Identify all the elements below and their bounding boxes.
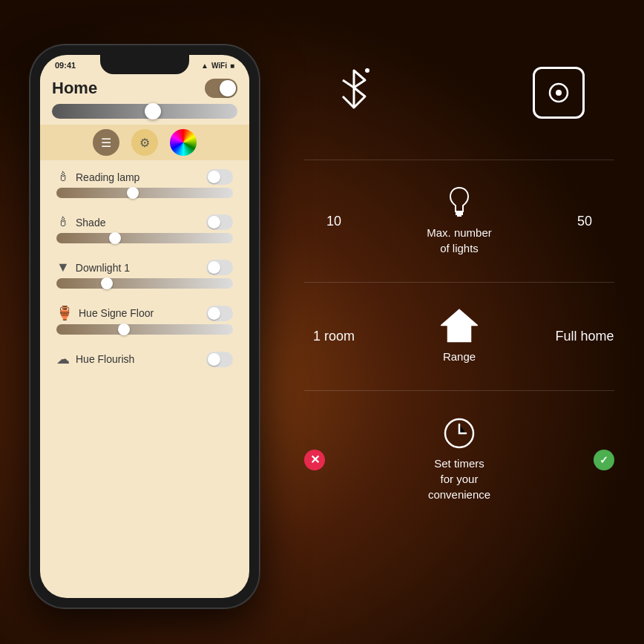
status-time: 09:41: [55, 61, 76, 70]
light-toggle[interactable]: [206, 260, 233, 275]
timers-center: Set timersfor yourconvenience: [415, 417, 504, 502]
house-icon: [441, 309, 478, 343]
light-item-left: 🕯 Reading lamp: [56, 169, 139, 185]
light-name: Shade: [76, 217, 105, 229]
feature-row-lights: 10 Max. numberof lights 50: [289, 179, 629, 263]
light-toggle[interactable]: [206, 306, 233, 321]
tab-bar: ☰ ⚙ ◉: [40, 125, 249, 160]
bridge-svg: [544, 78, 574, 108]
light-slider[interactable]: [56, 233, 233, 243]
feature-row-timers: ✕ Set timersfor yourconvenience ✓: [289, 410, 629, 510]
light-row: ▼ Downlight 1: [56, 260, 233, 275]
list-item: ☁ Hue Flourish: [47, 345, 242, 373]
light-slider[interactable]: [56, 188, 233, 198]
list-item: 🏺 Hue Signe Floor: [47, 299, 242, 342]
light-item-left: ☁ Hue Flourish: [56, 351, 134, 367]
slider-thumb: [118, 323, 130, 335]
light-list: 🕯 Reading lamp 🕯 Shade: [40, 160, 249, 376]
list-item: ▼ Downlight 1: [47, 254, 242, 296]
slider-thumb: [101, 277, 113, 289]
slider-thumb: [109, 232, 121, 244]
signal-icon: ▲: [201, 62, 208, 70]
range-min-value: 1 room: [304, 329, 364, 344]
bulb-icon: 🕯: [56, 169, 70, 185]
lights-max-value: 50: [555, 214, 614, 229]
light-name: Downlight 1: [76, 262, 130, 274]
light-toggle[interactable]: [206, 214, 233, 230]
timers-label: Set timersfor yourconvenience: [428, 456, 490, 502]
wifi-icon: WiFi: [211, 62, 227, 70]
phone-mockup: 09:41 ▲ WiFi ■ Home ☰ ⚙ ◉: [30, 45, 260, 608]
bluetooth-icon: [334, 67, 375, 119]
svg-point-2: [556, 90, 562, 96]
light-row: 🏺 Hue Signe Floor: [56, 305, 233, 321]
brightness-thumb: [145, 103, 161, 119]
lights-center: Max. numberof lights: [415, 186, 504, 256]
light-item-left: 🏺 Hue Signe Floor: [56, 305, 154, 321]
light-slider[interactable]: [56, 324, 233, 335]
ceiling-lamp-icon: ☁: [56, 351, 70, 367]
bluetooth-section: [334, 67, 375, 119]
slider-thumb: [127, 187, 139, 199]
lights-label: Max. numberof lights: [427, 225, 492, 256]
divider-2: [304, 282, 614, 283]
brightness-slider[interactable]: [52, 104, 237, 119]
light-slider[interactable]: [56, 278, 233, 289]
light-item-left: 🕯 Shade: [56, 214, 105, 230]
light-row: 🕯 Reading lamp: [56, 169, 233, 185]
tab-settings[interactable]: ⚙: [131, 129, 158, 156]
light-row: ☁ Hue Flourish: [56, 351, 233, 367]
range-max-value: Full home: [555, 329, 614, 344]
phone-notch: [100, 55, 189, 74]
tab-color[interactable]: ◉: [170, 129, 197, 156]
top-icons-row: [289, 59, 629, 126]
light-name: Hue Flourish: [76, 353, 134, 365]
light-row: 🕯 Shade: [56, 214, 233, 230]
light-name: Hue Signe Floor: [79, 307, 154, 319]
floor-lamp-icon: 🏺: [56, 305, 73, 321]
phone-frame: 09:41 ▲ WiFi ■ Home ☰ ⚙ ◉: [30, 45, 260, 608]
list-item: 🕯 Shade: [47, 208, 242, 251]
feature-row-range: 1 room Range Full home: [289, 301, 629, 372]
light-toggle[interactable]: [206, 352, 233, 367]
tab-list[interactable]: ☰: [93, 129, 119, 156]
list-item: 🕯 Reading lamp: [47, 163, 242, 206]
status-bar-right: ▲ WiFi ■: [201, 62, 234, 70]
home-toggle[interactable]: [205, 79, 237, 98]
info-panel: 10 Max. numberof lights 50 1 room Range …: [289, 59, 629, 629]
bulb-icon: 🕯: [56, 214, 70, 230]
app-header: Home: [40, 73, 249, 101]
range-label: Range: [443, 349, 476, 364]
light-toggle[interactable]: [206, 169, 233, 185]
app-title: Home: [52, 79, 97, 98]
range-center: Range: [415, 309, 504, 364]
divider-1: [304, 160, 614, 160]
light-name: Reading lamp: [76, 171, 139, 183]
light-item-left: ▼ Downlight 1: [56, 260, 130, 275]
bridge-icon: [533, 67, 585, 119]
bulb-icon: [448, 186, 470, 219]
phone-screen: 09:41 ▲ WiFi ■ Home ☰ ⚙ ◉: [40, 55, 249, 598]
divider-3: [304, 390, 614, 391]
lights-min-value: 10: [304, 214, 364, 229]
status-no-icon: ✕: [304, 450, 325, 470]
clock-icon: [443, 417, 476, 450]
svg-point-0: [365, 68, 369, 73]
downlight-icon: ▼: [56, 260, 70, 275]
bridge-section: [533, 67, 585, 119]
battery-icon: ■: [230, 62, 234, 70]
status-yes-icon: ✓: [594, 450, 614, 470]
svg-marker-3: [442, 310, 476, 341]
